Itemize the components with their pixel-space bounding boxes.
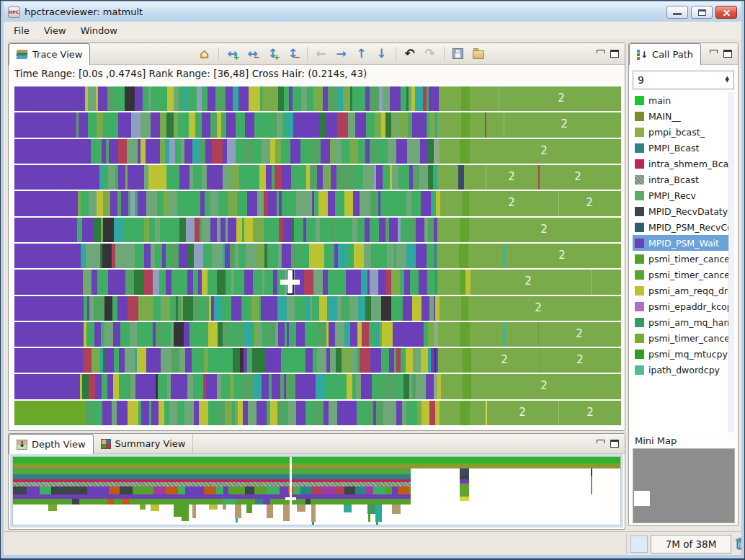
call-path-item[interactable]: PMPI_Bcast	[633, 140, 734, 156]
trace-canvas[interactable]: 22222222222222222	[14, 86, 621, 425]
call-path-item[interactable]: MPID_PSM_Wait	[633, 235, 734, 251]
trace-segment	[195, 112, 202, 137]
call-path-item[interactable]: main	[633, 92, 734, 108]
trace-segment	[143, 322, 153, 347]
depth-chunk	[189, 499, 200, 505]
menu-file[interactable]: File	[6, 23, 37, 38]
call-path-item[interactable]: psmi_mq_mtucpy	[633, 346, 734, 362]
trace-segment	[144, 244, 151, 268]
trace-segment	[185, 348, 192, 373]
trace-segment	[118, 165, 125, 190]
zoom-out-vertical-button[interactable]: ↕−	[284, 45, 303, 63]
undo-button[interactable]: ↶	[401, 45, 419, 63]
minimize-view-icon[interactable]	[597, 440, 605, 443]
call-path-item[interactable]: psmi_epaddr_kcopy	[633, 298, 734, 314]
minimize-view-icon[interactable]	[710, 50, 718, 53]
maximize-view-icon[interactable]	[723, 50, 732, 58]
depth-spike	[48, 505, 57, 511]
maximize-view-icon[interactable]	[610, 50, 619, 58]
close-button[interactable]	[715, 6, 737, 19]
call-path-color-chip	[635, 159, 644, 169]
tab-trace-view[interactable]: Trace View	[9, 43, 90, 65]
go-down-button[interactable]: ↓	[372, 45, 391, 63]
trace-segment	[161, 348, 171, 373]
depth-chunk	[185, 486, 198, 494]
trace-row[interactable]: 2	[14, 218, 621, 242]
tab-depth-view[interactable]: ↓ Depth View	[9, 434, 94, 454]
tab-summary-view[interactable]: Summary View	[94, 434, 194, 453]
title-bar[interactable]: HPC hpctraceviewer: matmult	[4, 2, 741, 22]
call-path-item[interactable]: PMPI_Recv	[633, 187, 734, 203]
trace-row[interactable]: 2	[14, 112, 621, 137]
trace-row[interactable]: 2	[14, 270, 621, 294]
trace-segment-label: 2	[540, 379, 548, 392]
trace-segment	[461, 112, 470, 137]
garbage-collect-button[interactable]	[733, 536, 745, 552]
mini-map[interactable]	[633, 448, 735, 523]
trace-segment	[14, 218, 77, 242]
depth-chunk	[120, 486, 133, 494]
trace-row[interactable]: 22	[14, 401, 621, 425]
trace-row[interactable]: 22	[14, 191, 621, 215]
trace-row[interactable]: 2	[14, 86, 621, 111]
depth-spike	[267, 505, 273, 518]
trace-segment	[86, 139, 91, 164]
trace-segment	[367, 401, 373, 425]
depth-canvas[interactable]	[12, 456, 621, 525]
mini-map-viewport[interactable]	[634, 491, 650, 505]
trace-row[interactable]: 2	[14, 296, 621, 321]
go-up-button[interactable]: ↑	[352, 45, 371, 63]
minimize-view-icon[interactable]	[597, 50, 605, 53]
open-button[interactable]	[469, 45, 488, 63]
trace-row[interactable]: 2	[14, 244, 621, 268]
spinner-down-icon[interactable]: ▼	[726, 80, 729, 83]
call-path-item[interactable]: intra_shmem_Bcast	[633, 156, 734, 172]
trace-row[interactable]: 2	[14, 139, 621, 164]
trace-segment	[194, 401, 199, 425]
zoom-in-vertical-button[interactable]: ↕+	[264, 45, 282, 63]
trace-segment	[310, 165, 317, 190]
trace-segment	[365, 296, 371, 321]
go-left-button[interactable]: ←	[312, 45, 331, 63]
trace-row[interactable]: 2	[14, 374, 621, 399]
trace-segment	[284, 86, 289, 111]
call-path-item[interactable]: psmi_timer_cancel	[633, 330, 734, 346]
call-path-item[interactable]: psmi_timer_cancel	[633, 251, 734, 267]
save-button[interactable]	[449, 45, 468, 63]
trace-row[interactable]: 22	[14, 165, 621, 190]
maximize-view-icon[interactable]	[610, 440, 619, 448]
home-button[interactable]: ⌂	[195, 45, 214, 63]
tab-call-path[interactable]: ↓ Call Path	[629, 43, 701, 65]
redo-button[interactable]: ↷	[421, 45, 440, 63]
trace-segment	[94, 322, 101, 347]
trace-segment	[277, 296, 287, 321]
depth-spinner[interactable]: 9 ▲ ▼	[633, 71, 734, 89]
go-right-button[interactable]: →	[332, 45, 351, 63]
call-path-item[interactable]: MPID_PSM_RecvComplete	[633, 219, 734, 235]
call-path-item[interactable]: psmi_timer_cancel	[633, 267, 734, 283]
minimize-button[interactable]	[666, 6, 688, 19]
trace-segment	[117, 296, 128, 321]
trace-row[interactable]: 22	[14, 348, 621, 373]
depth-chunk	[369, 499, 376, 505]
trace-segment	[352, 270, 361, 294]
call-path-item[interactable]: ipath_dwordcpy	[633, 362, 734, 378]
depth-chunk	[311, 499, 321, 505]
zoom-in-horizontal-button[interactable]: ↔+	[223, 45, 242, 63]
trace-row[interactable]: 2	[14, 322, 621, 347]
trace-segment	[395, 374, 403, 399]
trace-segment	[146, 191, 157, 215]
depth-chunk	[355, 486, 366, 494]
call-path-item[interactable]: pmpi_bcast_	[633, 124, 734, 140]
menu-view[interactable]: View	[37, 23, 73, 38]
call-path-item[interactable]: intra_Bcast	[633, 172, 734, 187]
call-path-item[interactable]: MPID_RecvDatatype	[633, 203, 734, 219]
call-path-scrollbar[interactable]	[728, 92, 734, 432]
call-path-item[interactable]: MAIN__	[633, 108, 734, 124]
maximize-icon	[698, 9, 706, 16]
call-path-item[interactable]: psmi_am_mq_handler	[633, 314, 734, 330]
maximize-button[interactable]	[691, 6, 713, 19]
menu-window[interactable]: Window	[73, 23, 125, 38]
call-path-item[interactable]: psmi_am_reqq_drain	[633, 283, 734, 298]
zoom-out-horizontal-button[interactable]: ↔−	[244, 45, 262, 63]
